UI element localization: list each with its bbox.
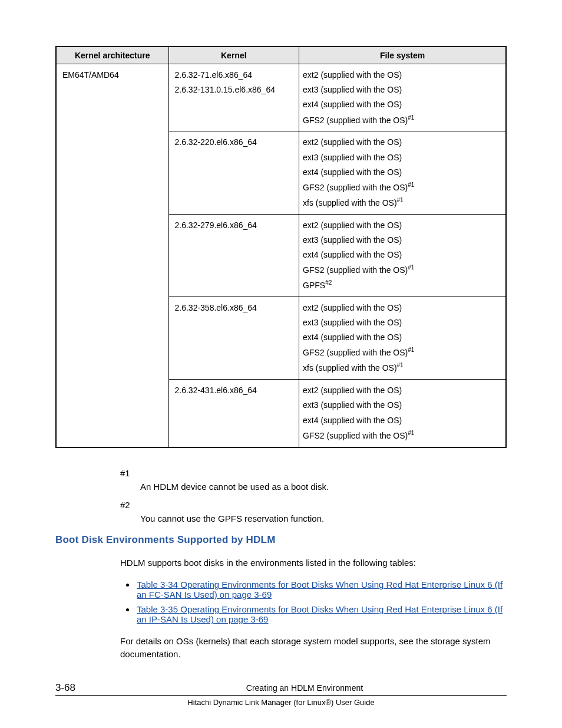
kernel-cell: 2.6.32-220.el6.x86_64 [168, 131, 299, 214]
kernel-cell: 2.6.32-358.el6.x86_64 [168, 297, 299, 379]
filesystem-cell: ext2 (supplied with the OS)ext3 (supplie… [299, 214, 506, 297]
table-3-34-link[interactable]: Table 3-34 Operating Environments for Bo… [137, 579, 503, 599]
kernel-cell: 2.6.32-431.el6.x86_64 [168, 380, 299, 447]
arch-cell: EM64T/AMD64 [56, 64, 168, 447]
col-header-kernel: Kernel [168, 47, 299, 64]
page-number: 3-68 [55, 682, 103, 694]
outro-paragraph: For details on OSs (kernels) that each s… [120, 635, 507, 661]
footer-title: Creating an HDLM Environment [103, 683, 507, 693]
footnote-2-label: #2 [120, 500, 507, 510]
filesystem-cell: ext2 (supplied with the OS)ext3 (supplie… [299, 380, 506, 447]
footnote-1-text: An HDLM device cannot be used as a boot … [140, 482, 507, 492]
col-header-fs: File system [299, 47, 506, 64]
kernel-table: Kernel architecture Kernel File system E… [55, 46, 507, 448]
list-item: Table 3-34 Operating Environments for Bo… [135, 579, 507, 599]
filesystem-cell: ext2 (supplied with the OS)ext3 (supplie… [299, 131, 506, 214]
list-item: Table 3-35 Operating Environments for Bo… [135, 604, 507, 624]
intro-paragraph: HDLM supports boot disks in the environm… [120, 556, 507, 569]
table-3-35-link[interactable]: Table 3-35 Operating Environments for Bo… [137, 604, 503, 624]
footer-subtitle: Hitachi Dynamic Link Manager (for Linux®… [55, 698, 507, 707]
filesystem-cell: ext2 (supplied with the OS)ext3 (supplie… [299, 64, 506, 131]
kernel-cell: 2.6.32-279.el6.x86_64 [168, 214, 299, 297]
link-list: Table 3-34 Operating Environments for Bo… [135, 579, 507, 624]
page-footer: 3-68 Creating an HDLM Environment Hitach… [55, 682, 507, 707]
table-row: EM64T/AMD642.6.32-71.el6.x86_642.6.32-13… [56, 64, 506, 131]
footnote-1-label: #1 [120, 468, 507, 478]
footnote-2-text: You cannot use the GPFS reservation func… [140, 513, 507, 523]
filesystem-cell: ext2 (supplied with the OS)ext3 (supplie… [299, 297, 506, 379]
col-header-arch: Kernel architecture [56, 47, 168, 64]
kernel-cell: 2.6.32-71.el6.x86_642.6.32-131.0.15.el6.… [168, 64, 299, 131]
footnotes: #1 An HDLM device cannot be used as a bo… [120, 468, 507, 523]
section-heading: Boot Disk Environments Supported by HDLM [55, 534, 507, 546]
